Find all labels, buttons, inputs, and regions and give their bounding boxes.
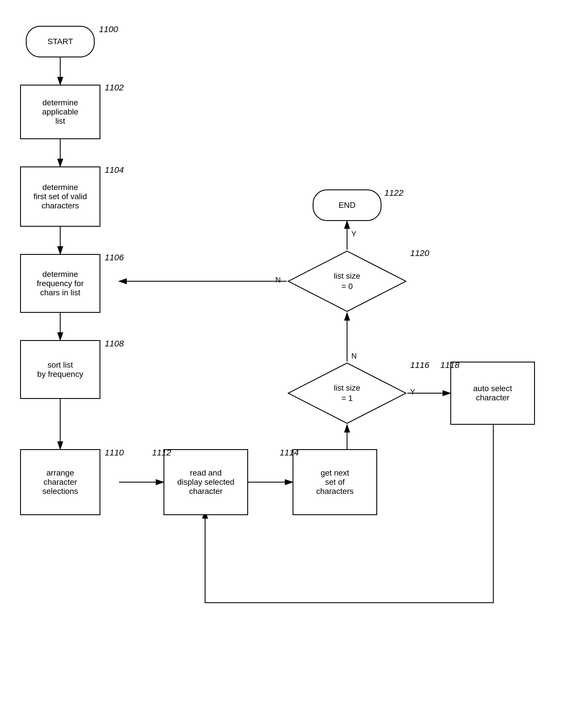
- node-1106-label: determine frequency for chars in list: [37, 270, 83, 297]
- node-1120-id: 1120: [410, 248, 430, 258]
- end-label: END: [338, 200, 355, 210]
- label-n-to-1106: N: [275, 276, 281, 284]
- node-1118-label: auto select character: [473, 384, 512, 402]
- node-1120-label: list size = 0: [334, 272, 360, 291]
- node-1102-id: 1102: [105, 83, 124, 93]
- label-y-end: Y: [351, 230, 356, 238]
- node-1116: list size = 1: [287, 362, 407, 425]
- start-id-label: 1100: [99, 24, 118, 34]
- node-1120: list size = 0: [287, 250, 407, 313]
- node-1110-id: 1110: [105, 448, 124, 458]
- node-1112-label: read and display selected character: [177, 468, 234, 496]
- end-node: END: [313, 189, 382, 221]
- label-y-to-1118: Y: [410, 388, 415, 396]
- node-1106: determine frequency for chars in list: [20, 254, 101, 313]
- node-1108-label: sort list by frequency: [37, 360, 83, 379]
- node-1118: auto select character: [450, 362, 535, 425]
- node-1102-label: determine applicable list: [42, 98, 78, 126]
- node-1118-id: 1118: [440, 360, 459, 370]
- node-1112-id: 1112: [152, 448, 171, 458]
- end-id-label: 1122: [384, 188, 404, 198]
- node-1104-id: 1104: [105, 165, 124, 175]
- node-1116-id: 1116: [410, 360, 430, 370]
- node-1114-label: get next set of characters: [316, 468, 354, 496]
- node-1104-label: determine first set of valid characters: [34, 183, 87, 211]
- node-1114-id: 1114: [280, 448, 299, 458]
- node-1104: determine first set of valid characters: [20, 167, 101, 227]
- start-label: START: [47, 37, 73, 46]
- node-1114: get next set of characters: [292, 449, 377, 515]
- node-1106-id: 1106: [105, 252, 124, 262]
- node-1110: arrange character selections: [20, 449, 101, 515]
- label-n-to-1120: N: [351, 352, 357, 360]
- node-1112: read and display selected character: [164, 449, 248, 515]
- node-1108-id: 1108: [105, 339, 124, 348]
- node-1108: sort list by frequency: [20, 340, 101, 399]
- node-1116-label: list size = 1: [334, 384, 360, 403]
- node-1110-label: arrange character selections: [43, 468, 78, 496]
- start-node: START: [26, 26, 95, 57]
- node-1102: determine applicable list: [20, 85, 101, 139]
- diagram-container: START 1100 determine applicable list 110…: [0, 0, 588, 704]
